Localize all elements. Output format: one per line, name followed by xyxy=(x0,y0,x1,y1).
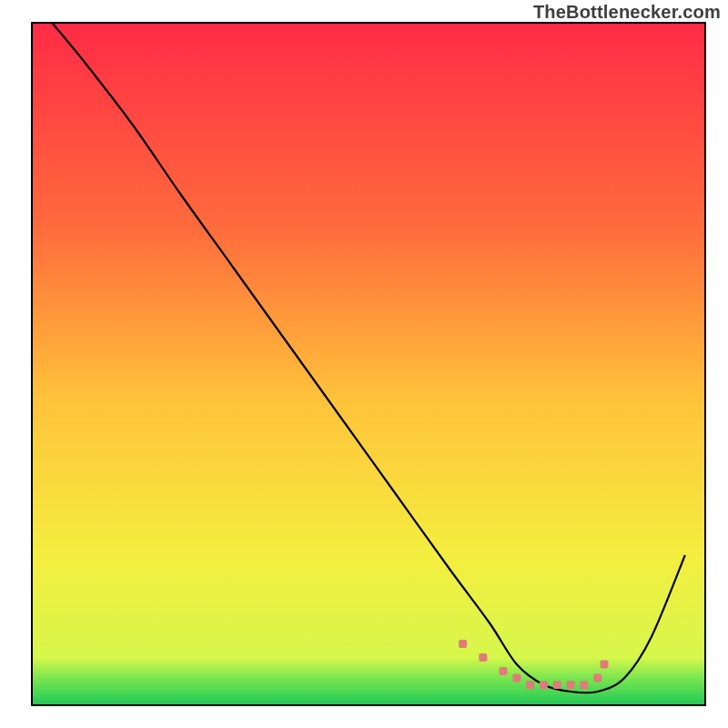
dot xyxy=(526,681,534,689)
dot xyxy=(593,674,602,682)
dot xyxy=(553,681,561,689)
dot xyxy=(459,640,467,648)
bottleneck-chart xyxy=(0,0,728,728)
dot xyxy=(567,681,575,689)
dot xyxy=(500,667,508,675)
dot xyxy=(512,674,521,682)
dot xyxy=(479,653,487,662)
dot xyxy=(601,661,609,669)
dot xyxy=(540,681,548,689)
chart-container: TheBottleneсker.com xyxy=(0,0,728,728)
dot xyxy=(580,681,588,689)
